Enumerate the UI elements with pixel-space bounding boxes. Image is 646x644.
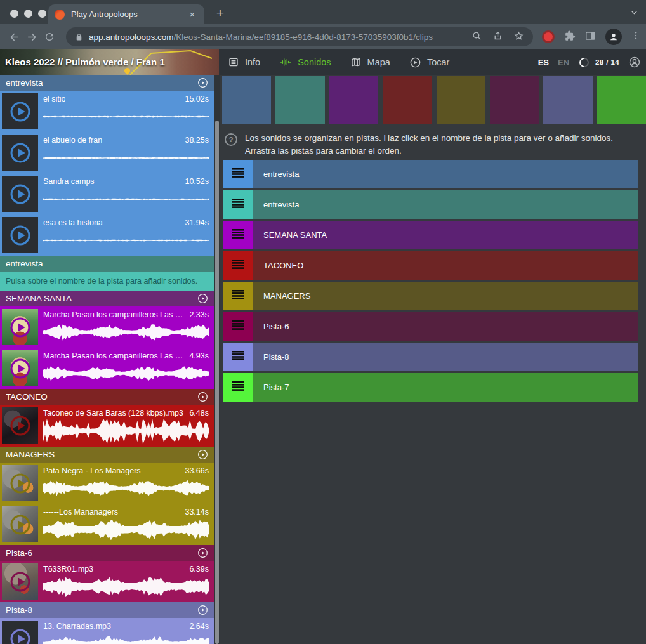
- play-clip-icon[interactable]: [9, 513, 32, 536]
- clip-waveform[interactable]: [43, 155, 209, 161]
- clip-row[interactable]: el sitio15.02s: [0, 91, 214, 132]
- play-track-button[interactable]: [197, 604, 209, 616]
- play-track-button[interactable]: [197, 449, 209, 461]
- recording-indicator-icon[interactable]: [542, 30, 555, 43]
- track-row[interactable]: SEMANA SANTA: [223, 221, 638, 249]
- track-drag-handle[interactable]: [223, 282, 253, 310]
- clip-waveform[interactable]: [43, 365, 209, 382]
- clip-thumbnail[interactable]: [2, 350, 38, 386]
- clip-waveform[interactable]: [43, 418, 209, 444]
- clip-thumbnail[interactable]: [2, 465, 38, 501]
- clip-thumbnail[interactable]: [2, 309, 38, 345]
- track-drag-handle[interactable]: [223, 373, 253, 402]
- play-track-button[interactable]: [197, 292, 209, 305]
- clip-waveform[interactable]: [43, 324, 209, 341]
- track-color-swatch[interactable]: [437, 76, 485, 124]
- tab-sonidos[interactable]: Sonidos: [279, 56, 331, 68]
- track-row[interactable]: entrevista: [223, 190, 638, 219]
- track-row[interactable]: Pista-7: [223, 373, 638, 402]
- clip-thumbnail[interactable]: [2, 621, 38, 644]
- track-row-body[interactable]: Pista-8: [253, 343, 638, 371]
- tab-close-icon[interactable]: ×: [187, 9, 198, 20]
- clip-row[interactable]: Marcha Pasan los campanilleros Las Mejor…: [0, 306, 214, 348]
- track-section-header[interactable]: Pista-6: [0, 545, 214, 561]
- back-button[interactable]: [5, 28, 23, 46]
- clip-thumbnail[interactable]: [2, 407, 38, 444]
- play-clip-icon[interactable]: [9, 224, 32, 247]
- clip-thumbnail[interactable]: [2, 135, 38, 171]
- play-clip-icon[interactable]: [9, 472, 32, 495]
- track-section-header[interactable]: Pista-8: [0, 602, 214, 618]
- track-row[interactable]: Pista-6: [223, 312, 638, 341]
- track-color-swatch[interactable]: [490, 76, 539, 124]
- side-panel-icon[interactable]: [584, 30, 597, 44]
- sidebar-scrollbar[interactable]: [214, 75, 220, 644]
- tab-tocar[interactable]: Tocar: [409, 56, 449, 69]
- browser-tab[interactable]: Play Antropoloops ×: [48, 4, 204, 24]
- clip-row[interactable]: el abuelo de fran38.25s: [0, 132, 214, 173]
- window-minimize-button[interactable]: [24, 10, 32, 18]
- clip-row[interactable]: esa es la historia31.94s: [0, 214, 214, 256]
- clip-row[interactable]: Sandra camps10.52s: [0, 173, 214, 214]
- lang-es-button[interactable]: ES: [538, 58, 549, 67]
- track-row-body[interactable]: SEMANA SANTA: [253, 221, 638, 249]
- play-clip-icon[interactable]: [9, 141, 32, 164]
- clip-waveform[interactable]: [43, 519, 209, 540]
- window-controls[interactable]: [10, 10, 46, 18]
- play-clip-icon[interactable]: [9, 570, 32, 593]
- tab-search-chevron-icon[interactable]: [630, 8, 638, 19]
- clip-row[interactable]: 13. Charradas.mp32.64s: [0, 618, 214, 644]
- track-row-body[interactable]: entrevista: [253, 190, 638, 219]
- play-clip-icon[interactable]: [9, 183, 32, 206]
- clip-thumbnail[interactable]: [2, 93, 38, 129]
- play-track-button[interactable]: [197, 77, 209, 89]
- play-track-button[interactable]: [197, 547, 209, 559]
- play-clip-icon[interactable]: [9, 628, 32, 644]
- browser-menu-dots-icon[interactable]: [631, 30, 641, 43]
- share-icon[interactable]: [492, 30, 503, 44]
- clip-row[interactable]: ------Los Mananagers33.14s: [0, 504, 214, 545]
- track-section-header[interactable]: SEMANA SANTA: [0, 291, 214, 306]
- new-tab-button[interactable]: +: [212, 5, 228, 22]
- clip-waveform[interactable]: [43, 196, 209, 202]
- clip-thumbnail[interactable]: [2, 506, 38, 542]
- account-icon[interactable]: [628, 56, 641, 69]
- forward-button[interactable]: [23, 28, 41, 46]
- play-track-button[interactable]: [197, 391, 209, 403]
- track-row[interactable]: TACONEO: [223, 251, 638, 280]
- track-row[interactable]: entrevista: [223, 160, 638, 188]
- play-clip-icon[interactable]: [9, 100, 32, 123]
- clip-row[interactable]: Pata Negra - Los Managers33.66s: [0, 463, 214, 504]
- track-row-body[interactable]: TACONEO: [253, 251, 638, 280]
- track-drag-handle[interactable]: [223, 190, 253, 219]
- clip-thumbnail[interactable]: [2, 217, 38, 253]
- track-drag-handle[interactable]: [223, 160, 253, 188]
- track-color-swatch[interactable]: [543, 76, 592, 124]
- scrollbar-thumb[interactable]: [215, 121, 219, 644]
- window-close-button[interactable]: [10, 10, 18, 18]
- bookmark-star-icon[interactable]: [513, 30, 524, 44]
- track-row-body[interactable]: entrevista: [253, 160, 638, 188]
- clip-row[interactable]: Taconeo de Sara Baras (128 kbps).mp36.48…: [0, 405, 214, 447]
- track-section-header[interactable]: TACONEO: [0, 389, 214, 405]
- clip-thumbnail[interactable]: [2, 563, 38, 600]
- clip-waveform[interactable]: [43, 635, 209, 644]
- clip-waveform[interactable]: [43, 237, 209, 244]
- address-bar[interactable]: app.antropoloops.com /Kleos-Santa-Marina…: [66, 27, 533, 46]
- track-drag-handle[interactable]: [223, 221, 253, 249]
- tab-mapa[interactable]: Mapa: [350, 56, 390, 68]
- track-row-body[interactable]: Pista-7: [253, 373, 638, 402]
- track-row-body[interactable]: Pista-6: [253, 312, 638, 341]
- track-color-swatch[interactable]: [329, 76, 378, 124]
- tab-info[interactable]: Info: [228, 56, 260, 68]
- track-drag-handle[interactable]: [223, 312, 253, 341]
- track-drag-handle[interactable]: [223, 343, 253, 371]
- clip-waveform[interactable]: [43, 114, 209, 120]
- reload-button[interactable]: [41, 28, 58, 46]
- track-section-header[interactable]: entrevista: [0, 75, 214, 91]
- track-color-swatch[interactable]: [222, 76, 271, 124]
- track-color-swatch[interactable]: [597, 76, 646, 124]
- play-clip-icon[interactable]: [9, 316, 32, 339]
- track-row-body[interactable]: MANAGERS: [253, 282, 638, 310]
- clip-waveform[interactable]: [43, 480, 209, 497]
